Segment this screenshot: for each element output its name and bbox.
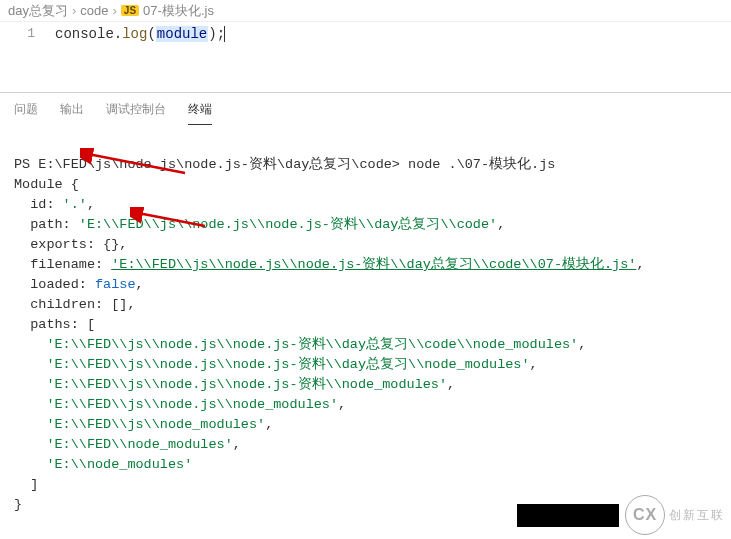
code-editor[interactable]: 1 console.log(module); — [0, 22, 731, 92]
terminal-path: 'E:\\node_modules' — [46, 457, 192, 472]
tab-terminal[interactable]: 终端 — [188, 101, 212, 125]
terminal-line: } — [14, 497, 22, 512]
tab-output[interactable]: 输出 — [60, 101, 84, 125]
terminal-keyword: false — [95, 277, 136, 292]
terminal-line: id: — [14, 197, 63, 212]
code-line[interactable]: console.log(module); — [55, 24, 225, 92]
panel-tabs: 问题 输出 调试控制台 终端 — [0, 93, 731, 125]
terminal-line: path: — [14, 217, 79, 232]
token-punc: ) — [208, 26, 216, 42]
terminal-path: 'E:\\FED\\js\\node.js\\node.js-资料\\node_… — [46, 377, 447, 392]
token-punc: . — [114, 26, 122, 42]
line-number: 1 — [0, 24, 55, 92]
terminal-line: children: [], — [14, 297, 136, 312]
cursor — [224, 26, 225, 42]
terminal-line: filename: — [14, 257, 111, 272]
js-file-icon: JS — [121, 5, 139, 16]
terminal-path: 'E:\\FED\\js\\node.js\\node_modules' — [46, 397, 338, 412]
chevron-right-icon: › — [72, 3, 76, 18]
watermark: CX 创新互联 — [517, 495, 725, 535]
watermark-text: 创新互联 — [669, 507, 725, 524]
terminal-path: 'E:\\FED\\js\\node.js\\node.js-资料\\day总复… — [46, 357, 529, 372]
tab-debug-console[interactable]: 调试控制台 — [106, 101, 166, 125]
token-punc: ( — [147, 26, 155, 42]
tab-problems[interactable]: 问题 — [14, 101, 38, 125]
terminal-string: 'E:\\FED\\js\\node.js\\node.js-资料\\day总复… — [79, 217, 497, 232]
chevron-right-icon: › — [113, 3, 117, 18]
token-method: log — [122, 26, 147, 42]
terminal-line: loaded: — [14, 277, 95, 292]
terminal-line: ] — [14, 477, 38, 492]
terminal-path: 'E:\\FED\\node_modules' — [46, 437, 232, 452]
watermark-logo-icon: CX — [625, 495, 665, 535]
terminal-command: node .\07-模块化.js — [408, 157, 555, 172]
terminal-line: paths: [ — [14, 317, 95, 332]
breadcrumb-seg[interactable]: day总复习 — [8, 2, 68, 20]
terminal-line: exports: {}, — [14, 237, 127, 252]
terminal-path: 'E:\\FED\\js\\node.js\\node.js-资料\\day总复… — [46, 337, 578, 352]
terminal-string: '.' — [63, 197, 87, 212]
token-ident: console — [55, 26, 114, 42]
terminal-output[interactable]: PS E:\FED\js\node.js\node.js-资料\day总复习\c… — [0, 125, 731, 539]
breadcrumb: day总复习 › code › JS 07-模块化.js — [0, 0, 731, 22]
breadcrumb-seg[interactable]: code — [80, 3, 108, 18]
token-param-selected: module — [156, 26, 208, 42]
watermark-bar — [517, 504, 619, 527]
terminal-prompt: PS E:\FED\js\node.js\node.js-资料\day总复习\c… — [14, 157, 408, 172]
terminal-path: 'E:\\FED\\js\\node_modules' — [46, 417, 265, 432]
breadcrumb-file[interactable]: 07-模块化.js — [143, 2, 214, 20]
terminal-line: Module { — [14, 177, 79, 192]
terminal-link[interactable]: 'E:\\FED\\js\\node.js\\node.js-资料\\day总复… — [111, 257, 636, 272]
